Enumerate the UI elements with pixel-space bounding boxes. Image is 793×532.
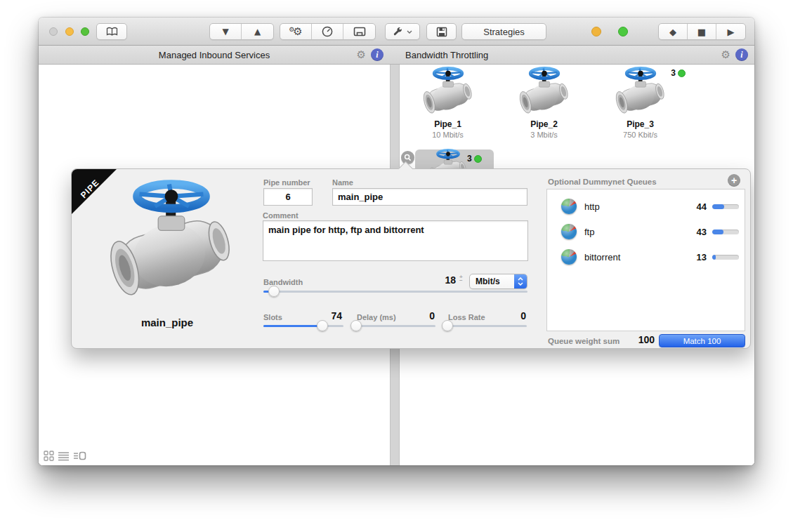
- pane-info-button[interactable]: i: [735, 48, 748, 61]
- options-button[interactable]: ⚙ ⚙: [280, 24, 312, 39]
- network-button[interactable]: [343, 24, 375, 39]
- ok-status-dot: [618, 27, 628, 36]
- play-icon: ▶: [728, 27, 735, 36]
- queue-weight: 44: [697, 201, 707, 212]
- pipe-editor-popover: PIPE main_pipe Pipe number 6 Name main_p…: [71, 168, 751, 349]
- bandwidth-stepper[interactable]: + −: [459, 275, 463, 282]
- network-port-icon: [353, 27, 366, 36]
- pipe-name: Pipe_3: [627, 119, 654, 129]
- gauge-icon: [322, 26, 333, 37]
- close-window-button[interactable]: [49, 27, 58, 36]
- pipe-rate: 10 Mbit/s: [432, 131, 464, 139]
- move-up-button[interactable]: ▲: [242, 24, 273, 39]
- name-label: Name: [332, 178, 353, 187]
- book-icon: [106, 27, 118, 36]
- firewall-control-segmented: ◆ ■ ▶: [658, 23, 746, 40]
- start-button[interactable]: ▶: [716, 24, 745, 39]
- wrench-icon: [393, 27, 403, 37]
- move-down-button[interactable]: ▼: [210, 24, 242, 39]
- queue-name: ftp: [584, 227, 594, 237]
- pipe-valve-icon: [614, 67, 667, 117]
- chevron-down-icon: [407, 30, 412, 34]
- comment-field[interactable]: main pipe for http, ftp and bittorrent: [263, 220, 528, 261]
- name-field[interactable]: main_pipe: [332, 188, 527, 206]
- pipe-number-label: Pipe number: [263, 178, 310, 187]
- pipe-number-field[interactable]: 6: [263, 188, 313, 206]
- comment-value: main pipe for http, ftp and bittorrent: [268, 225, 424, 235]
- queue-row[interactable]: bittorrent 13: [553, 244, 739, 270]
- slots-slider[interactable]: [263, 320, 343, 331]
- add-queue-button[interactable]: +: [728, 174, 740, 187]
- stop-button[interactable]: ■: [688, 24, 716, 39]
- pipe-display-name: main_pipe: [97, 317, 237, 328]
- match-100-button[interactable]: Match 100: [659, 334, 745, 347]
- desktop: ▼ ▲ ⚙ ⚙: [0, 0, 793, 532]
- queue-count: 3: [671, 68, 676, 78]
- right-pane-header: Bandwidth Throttling ⚙ i: [390, 46, 754, 65]
- left-pane-header: Managed Inbound Services ⚙ i: [39, 46, 390, 65]
- save-button[interactable]: [426, 23, 457, 40]
- queues-title: Optional Dummynet Queues: [548, 178, 657, 186]
- move-rule-segmented-control: ▼ ▲: [209, 23, 274, 40]
- monitor-button[interactable]: [312, 24, 343, 39]
- triangle-down-icon: ▼: [222, 27, 228, 36]
- queue-weight-bar[interactable]: [712, 204, 739, 209]
- strategies-button[interactable]: Strategies: [461, 23, 546, 40]
- plus-icon: +: [731, 175, 737, 185]
- queue-count-badge: 3: [671, 68, 686, 78]
- green-status-dot: [474, 155, 482, 163]
- floppy-disk-icon: [436, 27, 447, 37]
- list-view-icon[interactable]: [58, 451, 70, 461]
- pie-chart-icon: [561, 249, 577, 265]
- configure-button[interactable]: ◆: [659, 24, 688, 39]
- inspect-badge[interactable]: [401, 151, 414, 164]
- queue-weight: 13: [697, 252, 707, 262]
- pipe-name: Pipe_2: [530, 119, 558, 129]
- loss-rate-slider[interactable]: [447, 320, 527, 331]
- pipe-number-value: 6: [285, 192, 290, 202]
- queue-count-badge: 3: [467, 154, 482, 164]
- info-icon: i: [740, 50, 742, 60]
- stepper-minus-icon: −: [459, 279, 463, 282]
- utilities-dropdown-button[interactable]: [385, 23, 420, 40]
- queue-weight-bar[interactable]: [712, 230, 739, 234]
- window-titlebar: ▼ ▲ ⚙ ⚙: [39, 18, 754, 46]
- bandwidth-slider[interactable]: [263, 286, 527, 297]
- diamond-icon: ◆: [669, 27, 676, 36]
- pipe-item[interactable]: Pipe_1 10 Mbit/s: [400, 67, 496, 149]
- info-icon: i: [376, 50, 378, 60]
- pipe-item[interactable]: 3 Pipe_3 750 Kbit/s: [592, 67, 688, 149]
- triangle-up-icon: ▲: [254, 27, 261, 36]
- pipe-valve-image: [105, 176, 237, 307]
- queue-name: http: [584, 201, 600, 212]
- queue-weight: 43: [697, 227, 707, 237]
- queue-name: bittorrent: [584, 252, 620, 262]
- view-mode-switcher: [44, 451, 86, 461]
- right-pane-title: Bandwidth Throttling: [405, 50, 488, 60]
- left-pane-title: Managed Inbound Services: [39, 50, 390, 60]
- queue-weight-bar[interactable]: [712, 255, 739, 260]
- pane-settings-gear-icon[interactable]: ⚙: [357, 50, 366, 60]
- queue-row[interactable]: ftp 43: [553, 219, 739, 244]
- pipe-rate: 750 Kbit/s: [623, 131, 657, 139]
- zoom-window-button[interactable]: [81, 27, 89, 36]
- grid-view-icon[interactable]: [44, 451, 54, 461]
- pie-chart-icon: [561, 199, 577, 214]
- pane-info-button[interactable]: i: [371, 48, 384, 61]
- pipe-valve-icon: [421, 67, 475, 117]
- magnifier-icon: [404, 154, 412, 161]
- bandwidth-unit-value: Mbit/s: [470, 277, 514, 286]
- delay-slider[interactable]: [356, 320, 435, 331]
- gears-icon: ⚙: [293, 27, 302, 37]
- queue-row[interactable]: http 44: [553, 194, 739, 219]
- pane-settings-gear-icon[interactable]: ⚙: [721, 50, 730, 60]
- stop-icon: ■: [697, 27, 706, 36]
- comment-label: Comment: [263, 211, 299, 220]
- strategies-label: Strategies: [483, 27, 525, 37]
- queues-list: http 44 ftp 43 bittorrent 13: [546, 189, 745, 331]
- detail-view-icon[interactable]: [73, 451, 86, 461]
- minimize-window-button[interactable]: [65, 27, 74, 36]
- log-book-button[interactable]: [96, 23, 127, 40]
- pipe-item[interactable]: Pipe_2 3 Mbit/s: [496, 67, 592, 149]
- name-value: main_pipe: [338, 192, 383, 202]
